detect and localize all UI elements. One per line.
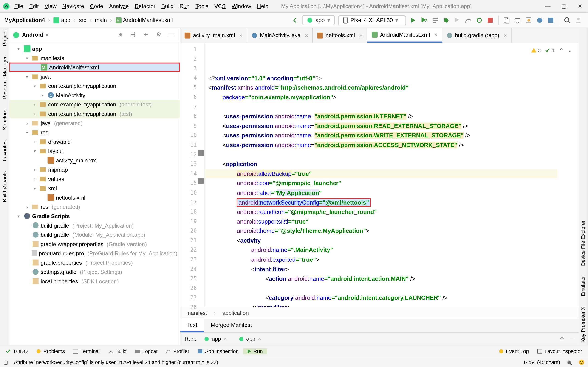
ok-count[interactable]: 1 [545,46,555,55]
sync-gradle-icon[interactable] [535,15,545,25]
caret-position[interactable]: 14:54 (45 chars) [523,359,560,365]
maximize-icon[interactable]: ▢ [561,3,567,9]
attach-debugger-icon[interactable] [475,15,484,25]
up-icon[interactable]: ⌃ [559,46,563,55]
tab-activity-main[interactable]: activity_main.xml× [180,28,247,43]
bc-src[interactable]: src [79,17,86,23]
run-config-select[interactable]: app▾ [302,15,335,25]
tab-build-gradle[interactable]: build.gradle (:app)× [442,28,511,43]
tab-close-icon[interactable]: × [305,32,308,39]
tab-merged-manifest[interactable]: Merged Manifest [204,319,258,332]
device-select[interactable]: Pixel 4 XL API 30▾ [338,15,406,25]
gutter-image-icon[interactable] [198,178,204,184]
debug-icon[interactable] [441,15,451,25]
gear-icon[interactable]: ⚙ [560,336,565,342]
stop-icon[interactable] [485,15,495,25]
bc-file[interactable]: M AndroidManifest.xml [115,17,173,23]
bottom-profiler[interactable]: Profiler [162,348,193,354]
menu-code[interactable]: Code [90,3,103,9]
tree-mipmap[interactable]: ›mipmap [9,165,180,174]
select-open-icon[interactable]: ⇶ [131,31,138,39]
project-tree[interactable]: ▾app ▾manifests MAndroidManifest.xml ▾ja… [9,42,180,345]
tree-values[interactable]: ›values [9,174,180,184]
rail-key-promoter[interactable]: Key Promoter X [580,307,586,342]
gutter-image-icon[interactable] [198,150,204,156]
inspection-widget[interactable]: 3 1 ⌃ ⌄ [531,46,572,55]
rail-project[interactable]: Project [1,31,7,46]
add-icon[interactable]: ⊕ [118,31,126,39]
tree-bg1[interactable]: build.gradle(Project: My_Application) [9,221,180,230]
bottom-terminal[interactable]: Terminal [69,348,104,354]
tree-gp[interactable]: gradle.properties(Project Properties) [9,258,180,267]
project-view-select[interactable]: Android ▾ [13,31,48,38]
coverage-icon[interactable] [452,15,462,25]
collapse-icon[interactable]: ⇤ [144,31,151,39]
bottom-logcat[interactable]: Logcat [131,348,162,354]
bc-module[interactable]: app [53,17,70,23]
tree-proguard[interactable]: proguard-rules.pro(ProGuard Rules for My… [9,249,180,258]
menu-navigate[interactable]: Navigate [62,3,84,9]
search-icon[interactable] [562,15,572,25]
avd-manager-icon[interactable] [502,15,511,25]
rail-structure[interactable]: Structure [1,110,7,130]
tree-lp[interactable]: local.properties(SDK Location) [9,276,180,286]
bottom-event-log[interactable]: Event Log [494,348,533,354]
warning-count[interactable]: 3 [531,46,541,55]
tree-pkg-test[interactable]: ›com.example.myapplication(test) [9,109,180,118]
tree-pkg[interactable]: ▾com.example.myapplication [9,81,180,91]
tab-close-icon[interactable]: × [503,32,507,39]
tree-manifest-file[interactable]: MAndroidManifest.xml [9,63,180,72]
apply-code-icon[interactable] [431,15,440,25]
resource-manager-icon[interactable] [524,15,534,25]
bottom-layout-inspector[interactable]: Layout Inspector [533,348,586,354]
app-inspection-toolbar-icon[interactable] [546,15,555,25]
tree-gradle-scripts[interactable]: ▾Gradle Scripts [9,211,180,221]
rail-device-file-explorer[interactable]: Device File Explorer [580,221,586,266]
gutter[interactable]: 1234567891011121314151617181920212223242… [180,43,205,307]
run-tab-2[interactable]: app× [235,334,265,343]
code-editor[interactable]: 3 1 ⌃ ⌄ <?xml version="1.0" encoding="ut… [205,43,579,307]
menu-window[interactable]: Window [232,3,251,9]
tab-close-icon[interactable]: × [359,32,363,39]
tree-gwp[interactable]: gradle-wrapper.properties(Gradle Version… [9,239,180,249]
tree-mainactivity[interactable]: ›CMainActivity [9,90,180,100]
tree-res[interactable]: ▾res [9,128,180,137]
menu-file[interactable]: File [15,3,23,9]
tab-nettools[interactable]: nettools.xml× [313,28,367,43]
bottom-todo[interactable]: TODO [2,348,32,354]
tree-nettools[interactable]: nettools.xml [9,193,180,202]
tree-app[interactable]: ▾app [9,44,180,53]
rail-emulator[interactable]: Emulator [580,276,586,297]
menu-refactor[interactable]: Refactor [135,3,156,9]
menu-help[interactable]: Help [257,3,268,9]
hide-icon[interactable]: — [569,336,574,342]
tab-close-icon[interactable]: × [258,336,261,342]
status-emoji-icon[interactable]: 😊 [578,359,585,365]
tree-layout[interactable]: ▾layout [9,146,180,156]
bc-main[interactable]: main [95,17,107,23]
tree-java-gen[interactable]: ›java(generated) [9,118,180,128]
tree-manifests[interactable]: ▾manifests [9,53,180,63]
tree-xml[interactable]: ▾xml [9,184,180,193]
tab-manifest[interactable]: AndroidManifest.xml× [367,28,442,43]
user-icon[interactable] [573,15,583,25]
hide-icon[interactable]: — [169,31,176,39]
rail-build-variants[interactable]: Build Variants [1,171,7,202]
minimize-icon[interactable]: — [545,3,551,9]
run-tab-1[interactable]: app× [200,334,231,343]
bottom-app-inspection[interactable]: App Inspection [194,348,243,354]
gear-icon[interactable]: ⚙ [156,31,164,39]
bottom-run[interactable]: Run [243,348,267,354]
tree-activity-main[interactable]: activity_main.xml [9,156,180,165]
menu-analyze[interactable]: Analyze [109,3,129,9]
menu-build[interactable]: Build [161,3,173,9]
close-icon[interactable]: ✕ [577,3,583,9]
tab-close-icon[interactable]: × [224,336,227,342]
rail-favorites[interactable]: Favorites [1,140,7,161]
menu-run[interactable]: Run [180,3,190,9]
sdk-manager-icon[interactable] [513,15,523,25]
run-icon[interactable] [408,15,418,25]
tab-mainactivity[interactable]: MainActivity.java× [247,28,313,43]
profile-icon[interactable] [464,15,473,25]
rail-resource-manager[interactable]: Resource Manager [1,56,7,100]
